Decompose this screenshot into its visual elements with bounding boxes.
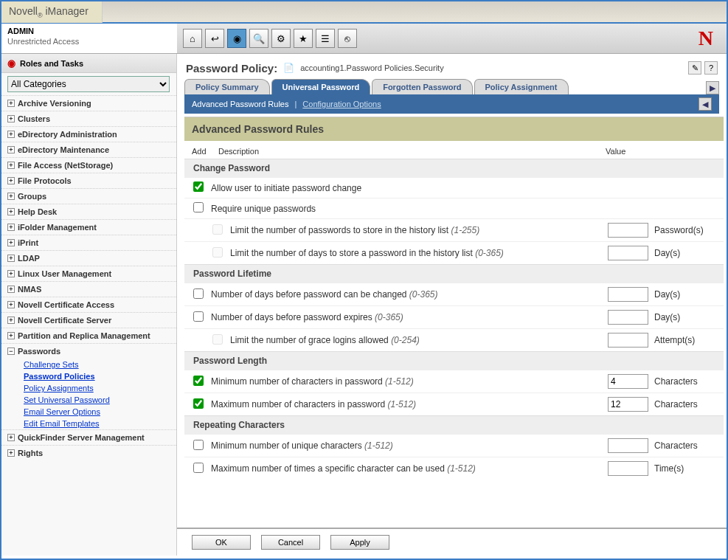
- tree-subitem[interactable]: Set Universal Password: [24, 394, 176, 406]
- tree-subitem[interactable]: Edit Email Templates: [24, 418, 176, 429]
- tree-item[interactable]: +Linux User Management: [1, 266, 176, 281]
- object-icon: 📄: [283, 63, 294, 73]
- home-icon[interactable]: ⌂: [183, 29, 202, 48]
- expand-icon[interactable]: +: [7, 131, 15, 138]
- rule-description: Number of days before password can be ch…: [207, 289, 608, 300]
- tree-item[interactable]: +eDirectory Administration: [1, 126, 176, 142]
- rule-checkbox[interactable]: [193, 463, 204, 473]
- rule-checkbox[interactable]: [193, 182, 204, 192]
- tree-item[interactable]: +iFolder Management: [1, 219, 176, 235]
- toolbar: ⌂↩◉🔍⚙★☰⎋N: [177, 24, 727, 53]
- rule-value-input[interactable]: [608, 287, 648, 302]
- rule-value-input[interactable]: [608, 333, 648, 348]
- button-bar: OK Cancel Apply: [177, 528, 727, 556]
- help-icon[interactable]: ?: [704, 61, 718, 75]
- expand-icon[interactable]: +: [7, 286, 15, 293]
- tree-item[interactable]: +Help Desk: [1, 204, 176, 219]
- cancel-button[interactable]: Cancel: [261, 535, 320, 550]
- expand-icon[interactable]: +: [7, 146, 15, 153]
- tree-item[interactable]: +Groups: [1, 188, 176, 204]
- ok-button[interactable]: OK: [192, 535, 251, 550]
- rule-value-input[interactable]: [608, 461, 648, 476]
- rule-value-input[interactable]: [608, 374, 648, 389]
- rule-checkbox[interactable]: [193, 398, 204, 409]
- tab[interactable]: Forgotten Password: [372, 79, 472, 94]
- tree-item[interactable]: +QuickFinder Server Management: [1, 429, 176, 445]
- tree-item[interactable]: +File Access (NetStorage): [1, 157, 176, 173]
- tab-next-icon[interactable]: ▶: [706, 81, 719, 94]
- favorites-icon[interactable]: ★: [294, 29, 313, 48]
- roles-icon[interactable]: ◉: [227, 29, 246, 48]
- rule-unit: Time(s): [648, 463, 715, 474]
- group-header: Password Lifetime: [184, 264, 724, 283]
- tree-item[interactable]: +Novell Certificate Access: [1, 297, 176, 312]
- object-path: accounting1.Password Policies.Security: [300, 63, 443, 72]
- expand-icon[interactable]: +: [7, 434, 15, 441]
- expand-icon[interactable]: +: [7, 224, 15, 231]
- tree-item[interactable]: +File Protocols: [1, 173, 176, 188]
- expand-icon[interactable]: +: [7, 239, 15, 246]
- rule-unit: Characters: [648, 440, 715, 451]
- expand-icon[interactable]: +: [7, 317, 15, 324]
- tree-label: LDAP: [18, 254, 40, 263]
- tab-prev-icon[interactable]: ◀: [698, 97, 712, 111]
- rule-checkbox[interactable]: [193, 376, 204, 386]
- titlebar: Novell® iManager: [1, 1, 727, 24]
- tab[interactable]: Universal Password: [271, 79, 371, 94]
- rule-description: Require unique passwords: [207, 204, 715, 214]
- rule-checkbox[interactable]: [193, 311, 204, 322]
- apply-button[interactable]: Apply: [330, 535, 389, 550]
- rule-description: Maximum number of times a specific chara…: [207, 463, 608, 474]
- expand-icon[interactable]: +: [7, 100, 15, 107]
- tree-item[interactable]: +iPrint: [1, 235, 176, 250]
- tree-label: Clusters: [18, 114, 50, 123]
- tree-item[interactable]: +Novell Certificate Server: [1, 312, 176, 328]
- tree-subitem[interactable]: Email Server Options: [24, 406, 176, 418]
- rule-checkbox: [212, 247, 223, 257]
- rules-panel[interactable]: Advanced Password Rules Add Description …: [184, 117, 724, 528]
- expand-icon[interactable]: +: [7, 332, 15, 339]
- tree-label: Archive Versioning: [18, 99, 91, 108]
- category-select[interactable]: All Categories: [7, 76, 170, 92]
- rule-checkbox[interactable]: [193, 440, 204, 450]
- expand-icon[interactable]: −: [7, 348, 15, 355]
- expand-icon[interactable]: +: [7, 449, 15, 457]
- tree-subitem[interactable]: Challenge Sets: [24, 359, 176, 370]
- expand-icon[interactable]: +: [7, 115, 15, 122]
- rule-row: Allow user to initiate password change: [184, 177, 724, 198]
- tree-item[interactable]: +Archive Versioning: [1, 95, 176, 111]
- edit-icon[interactable]: ✎: [688, 61, 701, 75]
- subtab-link[interactable]: Configuration Options: [302, 100, 381, 108]
- rule-value-input[interactable]: [608, 223, 648, 238]
- expand-icon[interactable]: +: [7, 270, 15, 277]
- rule-value-input[interactable]: [608, 310, 648, 325]
- rule-checkbox[interactable]: [193, 202, 204, 212]
- tree-item[interactable]: +eDirectory Maintenance: [1, 142, 176, 157]
- rule-value-input[interactable]: [608, 397, 648, 412]
- expand-icon[interactable]: +: [7, 255, 15, 262]
- back-icon[interactable]: ↩: [205, 29, 224, 48]
- tab[interactable]: Policy Summary: [184, 79, 270, 94]
- tree-subitem[interactable]: Password Policies: [24, 370, 176, 382]
- tree-item[interactable]: +Rights: [1, 445, 176, 460]
- exit-icon[interactable]: ⎋: [338, 29, 357, 48]
- tree-item[interactable]: −Passwords: [1, 343, 176, 359]
- expand-icon[interactable]: +: [7, 193, 15, 200]
- config-icon[interactable]: ⚙: [271, 29, 291, 48]
- tree-item[interactable]: +NMAS: [1, 281, 176, 297]
- expand-icon[interactable]: +: [7, 162, 15, 169]
- tab[interactable]: Policy Assignment: [474, 79, 569, 94]
- tree-item[interactable]: +Partition and Replica Management: [1, 328, 176, 343]
- tree-item[interactable]: +LDAP: [1, 250, 176, 266]
- rule-row: Minimum number of unique characters (1-5…: [184, 434, 724, 457]
- tree-item[interactable]: +Clusters: [1, 111, 176, 126]
- expand-icon[interactable]: +: [7, 301, 15, 308]
- view-icon[interactable]: 🔍: [249, 29, 268, 48]
- list-icon[interactable]: ☰: [316, 29, 335, 48]
- tree-subitem[interactable]: Policy Assignments: [24, 382, 176, 394]
- rule-value-input[interactable]: [608, 246, 648, 260]
- expand-icon[interactable]: +: [7, 177, 15, 184]
- rule-value-input[interactable]: [608, 438, 648, 453]
- expand-icon[interactable]: +: [7, 208, 15, 215]
- rule-checkbox[interactable]: [193, 288, 204, 299]
